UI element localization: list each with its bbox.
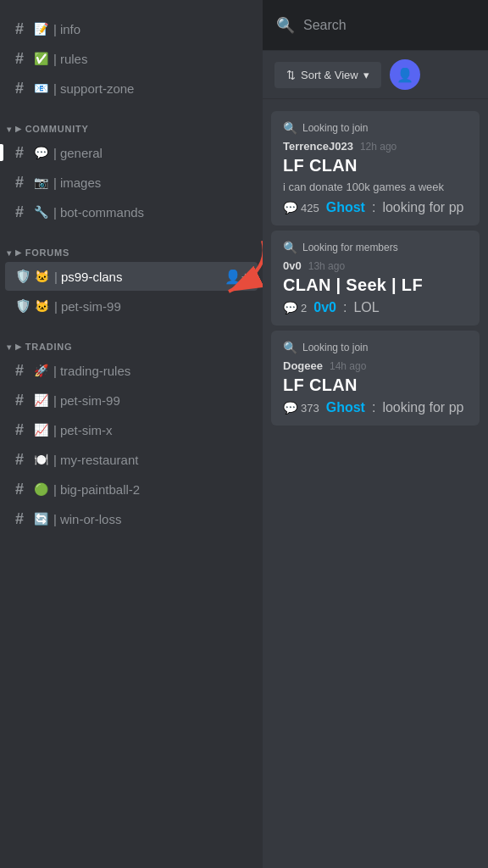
add-member-icon[interactable]: 👤+ [218, 269, 249, 285]
last-reply-author: Ghost [326, 200, 365, 215]
post-tag: 🔍 Looking to join [283, 341, 468, 354]
channel-rules[interactable]: # ✅ | rules [5, 44, 258, 73]
channel-win-or-loss[interactable]: # 🔄 | win-or-loss [5, 504, 258, 533]
rules-emoji: ✅ [34, 52, 48, 65]
chevron-down-icon: ▾ [363, 69, 369, 81]
triangle-icon: ▶ [15, 248, 22, 257]
reply-icon: 💬 [283, 301, 297, 314]
post-title: LF CLAN [283, 376, 468, 395]
channel-pet-sim-99-trade[interactable]: # 📈 | pet-sim-99 [5, 386, 258, 415]
sort-icon: ⇅ [286, 69, 296, 81]
channel-name: support-zone [60, 81, 251, 96]
last-reply-text: : [372, 400, 375, 415]
reply-count: 💬 425 [283, 201, 319, 214]
channel-pet-sim-99-forum[interactable]: 🛡️ 🐱 | pet-sim-99 [5, 292, 258, 320]
last-reply-text: : [343, 300, 347, 315]
channel-images[interactable]: # 📷 | images [5, 168, 258, 197]
filter-button[interactable]: 👤 [390, 59, 420, 90]
bot-emoji: 🔧 [34, 205, 48, 219]
tag-icon: 🔍 [283, 341, 297, 354]
reply-icon: 💬 [283, 201, 297, 214]
last-reply-preview: LOL [353, 300, 379, 315]
hash-icon: # [15, 362, 30, 380]
post-time: 14h ago [330, 360, 366, 372]
sort-label: Sort & View [301, 69, 358, 81]
sort-view-button[interactable]: ⇅ Sort & View ▾ [274, 62, 381, 88]
pet-sim-x-emoji: 📈 [34, 423, 48, 437]
search-placeholder: Search [303, 18, 347, 33]
post-card[interactable]: 🔍 Looking to join TerrenceJ023 12h ago L… [271, 111, 480, 225]
search-icon: 🔍 [276, 16, 295, 35]
last-reply-text: : [372, 200, 375, 215]
tag-icon: 🔍 [283, 121, 297, 135]
channel-my-restaurant[interactable]: # 🍽️ | my-restaurant [5, 445, 258, 474]
channel-name: big-paintball-2 [60, 482, 251, 497]
toolbar: ⇅ Sort & View ▾ 👤 [263, 51, 488, 99]
channel-big-paintball-2[interactable]: # 🟢 | big-paintball-2 [5, 475, 258, 504]
reply-number: 373 [301, 402, 319, 415]
section-label: COMMUNITY [25, 124, 89, 134]
sidebar: # 📝 | info # ✅ | rules # 📧 | support-zon… [0, 0, 263, 868]
channel-name: images [60, 175, 251, 190]
tag-label: Looking to join [302, 342, 368, 353]
channel-general[interactable]: # 💬 | general [5, 138, 258, 167]
reply-number: 2 [301, 302, 307, 314]
post-time: 13h ago [308, 260, 345, 272]
tag-label: Looking to join [302, 122, 368, 134]
forum-shield-icon: 🛡️ [15, 269, 31, 284]
last-reply-author: Ghost [326, 400, 365, 415]
paintball-emoji: 🟢 [34, 482, 48, 496]
channel-support-zone[interactable]: # 📧 | support-zone [5, 74, 258, 103]
post-author: 0v0 [283, 259, 302, 272]
restaurant-emoji: 🍽️ [34, 453, 48, 466]
channel-name: rules [60, 52, 251, 66]
reply-count: 💬 2 [283, 301, 307, 314]
hash-icon: # [15, 50, 30, 68]
hash-icon: # [15, 421, 30, 439]
post-footer: 💬 2 0v0 : LOL [283, 300, 468, 315]
channel-ps99-clans[interactable]: 🛡️ 🐱 | ps99-clans 👤+ [5, 262, 258, 291]
channel-bot-commands[interactable]: # 🔧 | bot-commands [5, 198, 258, 226]
trading-rules-emoji: 🚀 [34, 364, 48, 377]
channel-name: pet-sim-x [60, 423, 251, 437]
cat-emoji: 🐱 [35, 299, 49, 313]
channel-name: ps99-clans [61, 270, 227, 284]
post-footer: 💬 425 Ghost : looking for pp [283, 200, 468, 215]
post-meta: Dogeee 14h ago [283, 359, 468, 372]
active-indicator [0, 144, 3, 161]
forum-shield-icon: 🛡️ [15, 298, 31, 314]
reply-number: 425 [301, 202, 319, 214]
chevron-icon: ▾ [7, 248, 12, 258]
section-trading[interactable]: ▾ ▶ TRADING [0, 328, 263, 355]
post-meta: 0v0 13h ago [283, 259, 468, 272]
post-author: TerrenceJ023 [283, 140, 353, 153]
channel-name: pet-sim-99 [60, 393, 251, 408]
post-card[interactable]: 🔍 Looking for members 0v0 13h ago CLAN |… [271, 231, 480, 326]
hash-icon: # [15, 510, 30, 528]
channel-trading-rules[interactable]: # 🚀 | trading-rules [5, 356, 258, 385]
channel-info[interactable]: # 📝 | info [5, 14, 258, 43]
triangle-icon: ▶ [15, 342, 22, 351]
posts-list: 🔍 Looking to join TerrenceJ023 12h ago L… [263, 99, 488, 868]
channel-pet-sim-x[interactable]: # 📈 | pet-sim-x [5, 415, 258, 444]
general-emoji: 💬 [34, 146, 48, 159]
section-forums[interactable]: ▾ ▶ FORUMS [0, 234, 263, 261]
triangle-icon: ▶ [15, 125, 22, 133]
post-footer: 💬 373 Ghost : looking for pp [283, 400, 468, 415]
reply-icon: 💬 [283, 401, 297, 415]
tag-icon: 🔍 [283, 241, 297, 254]
post-title: LF CLAN [283, 156, 468, 175]
search-bar[interactable]: 🔍 Search [263, 0, 488, 51]
hash-icon: # [15, 144, 30, 162]
post-author: Dogeee [283, 359, 323, 372]
post-card[interactable]: 🔍 Looking to join Dogeee 14h ago LF CLAN… [271, 331, 480, 426]
post-preview: i can donate 100k games a week [283, 181, 468, 193]
section-community[interactable]: ▾ ▶ COMMUNITY [0, 110, 263, 137]
hash-icon: # [15, 481, 30, 498]
section-label: TRADING [25, 342, 73, 352]
channel-name: my-restaurant [60, 453, 251, 467]
filter-icon: 👤 [396, 67, 413, 83]
win-loss-emoji: 🔄 [34, 512, 48, 526]
last-reply-preview: looking for pp [382, 200, 463, 215]
support-emoji: 📧 [34, 81, 48, 95]
